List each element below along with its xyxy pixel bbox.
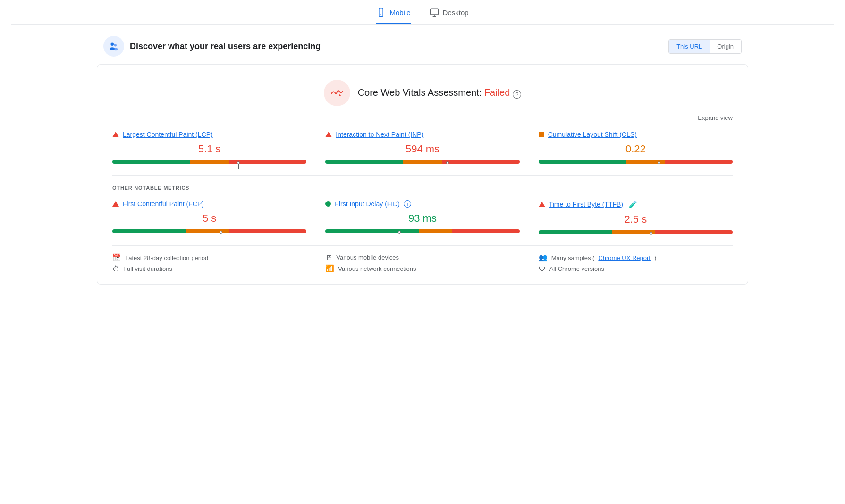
cls-label[interactable]: Cumulative Layout Shift (CLS) (548, 131, 637, 138)
header-icon (103, 36, 124, 57)
chrome-ux-report-link[interactable]: Chrome UX Report (598, 254, 651, 261)
svg-point-6 (114, 48, 118, 50)
footer-network-text: Various network connections (338, 265, 416, 272)
fid-marker (398, 232, 401, 238)
lcp-marker (237, 163, 240, 169)
metric-cls: Cumulative Layout Shift (CLS) 0.22 (539, 131, 733, 164)
inp-label[interactable]: Interaction to Next Paint (INP) (336, 131, 423, 138)
origin-button[interactable]: Origin (710, 40, 741, 53)
calendar-icon: 📅 (112, 253, 121, 262)
metric-fid: First Input Delay (FID) i 93 ms (325, 200, 519, 234)
footer-col1: 📅 Latest 28-day collection period ⏱ Full… (112, 253, 306, 273)
footer-mobile-text: Various mobile devices (336, 254, 399, 261)
inp-status-icon (325, 132, 332, 137)
metric-ttfb: Time to First Byte (TTFB) 🧪 2.5 s (539, 200, 733, 234)
metric-lcp: Largest Contentful Paint (LCP) 5.1 s (112, 131, 306, 164)
assessment-title: Core Web Vitals Assessment: Failed? (358, 87, 522, 98)
fid-value: 93 ms (325, 210, 519, 227)
tab-mobile-label: Mobile (389, 8, 410, 17)
fid-info-icon[interactable]: i (404, 200, 411, 208)
lcp-label[interactable]: Largest Contentful Paint (LCP) (123, 131, 213, 138)
fcp-label[interactable]: First Contentful Paint (FCP) (123, 200, 204, 208)
fid-label[interactable]: First Input Delay (FID) (335, 200, 400, 208)
svg-rect-0 (379, 8, 383, 17)
network-icon: 📶 (325, 264, 334, 273)
ttfb-status-icon (539, 202, 545, 207)
mobile-icon (376, 8, 386, 17)
cls-marker (658, 163, 660, 169)
footer-chrome-versions: 🛡 All Chrome versions (539, 265, 733, 273)
this-url-button[interactable]: This URL (669, 40, 710, 53)
shield-icon: 🛡 (539, 265, 546, 273)
desktop-icon (430, 8, 439, 17)
section-divider (112, 175, 733, 176)
fcp-bar (112, 229, 306, 233)
cls-value: 0.22 (539, 141, 733, 157)
other-metrics-grid: First Contentful Paint (FCP) 5 s (112, 200, 733, 234)
metric-inp: Interaction to Next Paint (INP) 594 ms (325, 131, 519, 164)
fid-status-icon (325, 201, 331, 207)
ttfb-label[interactable]: Time to First Byte (TTFB) (549, 201, 623, 208)
footer-mobile-devices: 🖥 Various mobile devices (325, 253, 519, 261)
svg-rect-2 (430, 9, 438, 15)
metric-fcp: First Contentful Paint (FCP) 5 s (112, 200, 306, 234)
assessment-header: Core Web Vitals Assessment: Failed? (112, 80, 733, 106)
svg-point-1 (381, 14, 382, 15)
tab-bar: Mobile Desktop (11, 0, 834, 25)
header-title: Discover what your real users are experi… (130, 42, 321, 51)
lcp-value: 5.1 s (112, 141, 306, 157)
cls-status-icon (539, 132, 544, 137)
lcp-status-icon (112, 132, 119, 137)
tab-mobile[interactable]: Mobile (376, 8, 410, 24)
footer-samples-pre: Many samples ( (551, 254, 595, 261)
ttfb-marker (650, 233, 652, 239)
assessment-status: Failed (484, 87, 510, 98)
devices-icon: 🖥 (325, 253, 332, 261)
footer-samples-post: ) (654, 254, 656, 261)
svg-point-3 (111, 42, 114, 46)
footer-network: 📶 Various network connections (325, 264, 519, 273)
header-left: Discover what your real users are experi… (103, 36, 321, 57)
fid-bar (325, 229, 519, 233)
ttfb-value: 2.5 s (539, 211, 733, 227)
fcp-value: 5 s (112, 210, 306, 227)
footer-samples: 👥 Many samples (Chrome UX Report) (539, 253, 733, 262)
footer-chrome-text: All Chrome versions (549, 265, 604, 272)
url-origin-toggle: This URL Origin (668, 39, 742, 54)
assessment-prefix: Core Web Vitals Assessment: (358, 87, 484, 98)
inp-value: 594 ms (325, 141, 519, 157)
footer-collection-text: Latest 28-day collection period (125, 254, 208, 261)
lcp-bar (112, 160, 306, 164)
svg-point-4 (114, 44, 117, 46)
timer-icon: ⏱ (112, 265, 119, 273)
inp-bar (325, 160, 519, 164)
ttfb-bar (539, 230, 733, 234)
svg-marker-7 (339, 94, 341, 96)
fcp-marker (220, 232, 222, 238)
footer-col3: 👥 Many samples (Chrome UX Report) 🛡 All … (539, 253, 733, 273)
tab-desktop-label: Desktop (443, 8, 469, 17)
inp-marker (446, 163, 449, 169)
ttfb-beaker-icon: 🧪 (629, 200, 638, 209)
assessment-help-icon[interactable]: ? (513, 90, 521, 99)
footer-full-visit: ⏱ Full visit durations (112, 265, 306, 273)
core-metrics-grid: Largest Contentful Paint (LCP) 5.1 s (112, 131, 733, 164)
footer-grid: 📅 Latest 28-day collection period ⏱ Full… (112, 245, 733, 273)
main-card: Core Web Vitals Assessment: Failed? Expa… (97, 64, 748, 285)
expand-row: Expand view (112, 114, 733, 121)
footer-col2: 🖥 Various mobile devices 📶 Various netwo… (325, 253, 519, 273)
cls-bar (539, 160, 733, 164)
people-icon: 👥 (539, 253, 548, 262)
assessment-icon (324, 80, 350, 106)
header-row: Discover what your real users are experi… (92, 36, 753, 64)
tab-desktop[interactable]: Desktop (430, 8, 469, 24)
expand-link[interactable]: Expand view (698, 114, 733, 121)
other-metrics-label: OTHER NOTABLE METRICS (112, 185, 733, 191)
footer-full-visit-text: Full visit durations (123, 265, 172, 272)
footer-collection-period: 📅 Latest 28-day collection period (112, 253, 306, 262)
fcp-status-icon (112, 201, 119, 207)
